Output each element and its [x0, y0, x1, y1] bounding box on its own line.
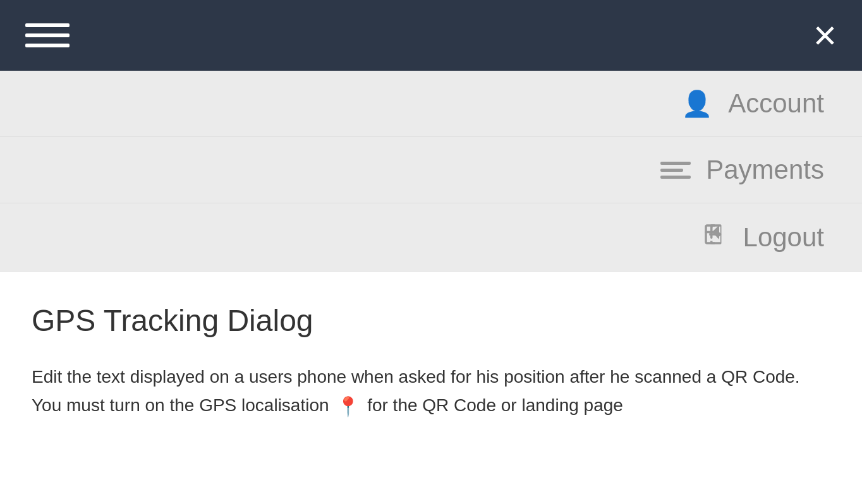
- gps-pin-icon: 📍: [336, 392, 360, 422]
- hamburger-menu-button[interactable]: [25, 23, 70, 47]
- top-nav: ×: [0, 0, 862, 71]
- main-content: GPS Tracking Dialog Edit the text displa…: [0, 272, 862, 447]
- menu-item-payments[interactable]: Payments: [0, 137, 862, 203]
- account-icon: 👤: [681, 89, 713, 119]
- payments-icon-line-3: [660, 176, 691, 179]
- payments-icon: [660, 162, 691, 179]
- side-menu: 👤 Account Payments Logout: [0, 71, 862, 272]
- menu-item-payments-label: Payments: [706, 155, 824, 185]
- page-title: GPS Tracking Dialog: [32, 303, 830, 338]
- menu-item-account-label: Account: [728, 88, 824, 119]
- logout-icon: [701, 221, 728, 253]
- description-text-part2: for the QR Code or landing page: [367, 395, 623, 415]
- menu-item-logout-label: Logout: [743, 222, 824, 253]
- hamburger-line-1: [25, 23, 70, 27]
- content-description: Edit the text displayed on a users phone…: [32, 363, 830, 422]
- close-button[interactable]: ×: [813, 15, 837, 56]
- hamburger-line-2: [25, 33, 70, 37]
- payments-icon-line-2: [660, 169, 683, 172]
- payments-icon-line-1: [660, 162, 691, 165]
- menu-item-logout[interactable]: Logout: [0, 203, 862, 272]
- hamburger-line-3: [25, 44, 70, 47]
- menu-item-account[interactable]: 👤 Account: [0, 71, 862, 137]
